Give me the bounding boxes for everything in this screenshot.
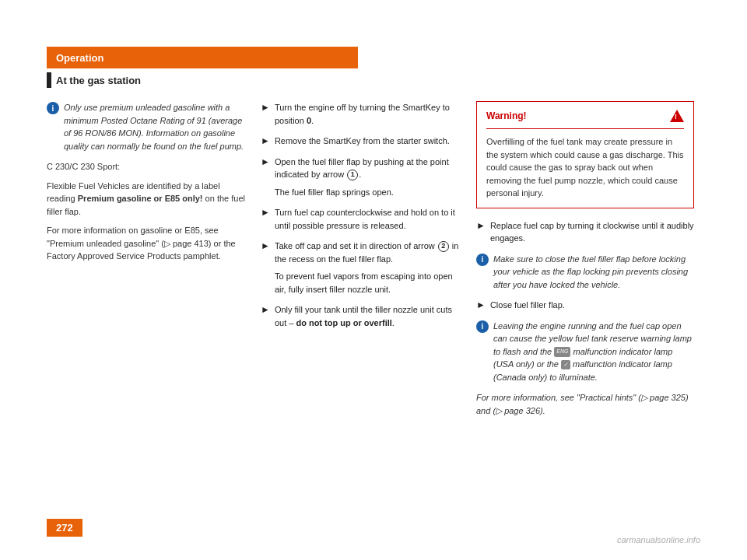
bullet-text-1: Turn the engine off by turning the Smart… [275,101,463,127]
bullet-text-4: Turn fuel cap counterclockwise and hold … [275,206,463,232]
right-bullet-1: ► Replace fuel cap by turning it clockwi… [476,219,694,245]
page-number: 272 [47,519,82,537]
bullet-1: ► Turn the engine off by turning the Sma… [261,101,463,127]
header-bar: Operation [47,47,358,68]
info-icon-3: i [476,320,489,333]
bullet-text-2: Remove the SmartKey from the starter swi… [275,135,450,148]
info-text-1: Only use premium unleaded gasoline with … [64,101,249,152]
warning-title: Warning! [486,110,527,121]
info-icon-1: i [47,102,59,114]
more-info-text: For more information, see "Practical hin… [476,391,694,417]
left-column: i Only use premium unleaded gasoline wit… [47,101,249,269]
info-text-3: Leaving the engine running and the fuel … [493,320,694,384]
engine-icon: ENG [554,347,570,357]
bullet-4: ► Turn fuel cap counterclockwise and hol… [261,206,463,232]
bullet-arrow-3: ► [261,156,270,181]
right-column: Warning! Overfilling of the fuel tank ma… [476,101,694,417]
bullet-text-6: Only fill your tank until the filler noz… [275,303,463,329]
watermark: carmanualsonline.info [617,535,700,544]
info-block-1: i Only use premium unleaded gasoline wit… [47,101,249,152]
warning-text: Overfilling of the fuel tank may create … [486,137,684,198]
bullet-text-3: Open the fuel filler flap by pushing at … [275,156,463,181]
bullet-text-5: Take off cap and set it in direction of … [275,240,463,265]
right-bullet-text-2: Close fuel filler flap. [490,299,565,312]
bullet-6: ► Only fill your tank until the filler n… [261,303,463,329]
section-title: Operation [56,52,103,64]
paragraph-2: Flexible Fuel Vehicles are identified by… [47,180,249,219]
engine-icon-2: ✓ [561,360,570,370]
paragraph-1: C 230/C 230 Sport: [47,160,249,173]
right-bullet-arrow-1: ► [476,220,486,245]
info-icon-2: i [476,254,489,266]
warning-box: Warning! Overfilling of the fuel tank ma… [476,101,694,208]
right-info-block-2: i Make sure to close the fuel filler fla… [476,253,694,292]
page-container: Operation At the gas station i Only use … [0,0,747,560]
paragraph-3: For more information on gasoline or E85,… [47,224,249,263]
right-bullet-2: ► Close fuel filler flap. [476,299,694,312]
section-accent [47,72,51,88]
bullet-5: ► Take off cap and set it in direction o… [261,240,463,265]
right-bullet-text-1: Replace fuel cap by turning it clockwise… [490,219,694,245]
bullet-2: ► Remove the SmartKey from the starter s… [261,135,463,148]
mid-column: ► Turn the engine off by turning the Sma… [261,101,463,337]
right-bullet-arrow-2: ► [476,299,486,312]
warning-header: Warning! [486,110,684,122]
bullet-arrow-6: ► [261,304,270,329]
subsection-title: At the gas station [56,75,141,86]
right-info-block-3: i Leaving the engine running and the fue… [476,320,694,384]
bullet-arrow-5: ► [261,240,270,265]
info-text-2: Make sure to close the fuel filler flap … [493,253,694,292]
bullet-arrow-1: ► [261,102,270,127]
sub-text-5: To prevent fuel vapors from escaping int… [275,270,463,296]
section-heading: At the gas station [47,72,141,88]
bullet-arrow-2: ► [261,135,270,148]
bullet-arrow-4: ► [261,207,270,232]
warning-divider [486,128,684,129]
bullet-3: ► Open the fuel filler flap by pushing a… [261,156,463,181]
warning-triangle-icon [670,110,684,122]
sub-text-3: The fuel filler flap springs open. [275,186,463,199]
